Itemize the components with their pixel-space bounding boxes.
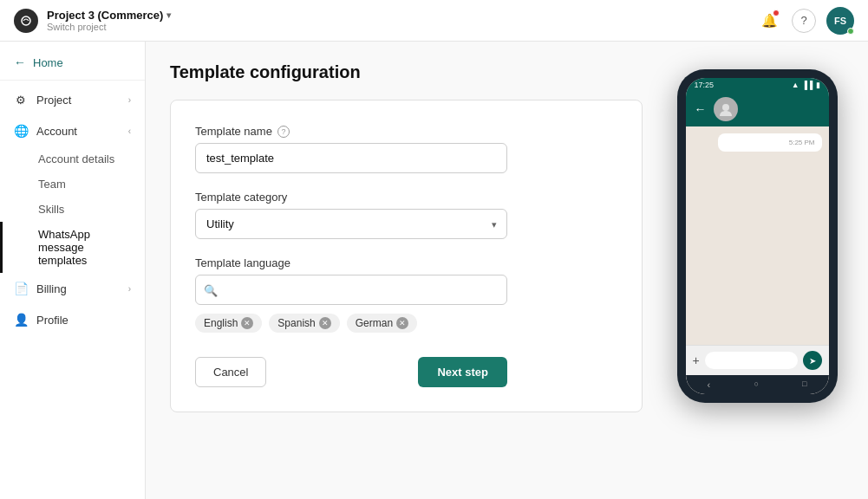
sidebar-account-chevron-icon: ‹ [128,126,131,136]
phone-outer: 17:25 ▲ ▐▐ ▮ ← [677,69,838,403]
template-language-group: Template language 🔍 English ✕ Spanish ✕ [195,256,617,333]
sidebar-divider [0,80,145,81]
tag-english: English ✕ [195,314,262,333]
phone-chat-body: 5:25 PM [686,126,829,345]
account-submenu: Account details Team Skills WhatsApp mes… [0,146,145,273]
german-tag-label: German [356,317,393,329]
notification-badge [773,10,780,16]
notifications-button[interactable]: 🔔 [757,9,781,33]
form-actions: Cancel Next step [195,357,507,387]
phone-send-button: ➤ [803,351,822,370]
person-icon: 👤 [14,313,28,327]
phone-status-bar: 17:25 ▲ ▐▐ ▮ [686,78,829,92]
team-label: Team [38,178,66,191]
search-icon: 🔍 [204,283,218,296]
sidebar-item-skills[interactable]: Skills [0,197,145,222]
help-button[interactable]: ? [792,9,816,33]
template-name-label: Template name ? [195,125,617,138]
language-search-input[interactable] [195,275,507,305]
phone-message: 5:25 PM [718,133,821,152]
phone-input-area [705,352,798,369]
settings-icon: ⚙ [14,93,28,107]
project-info: Project 3 (Commerce) ▾ Switch project [47,9,757,32]
online-dot [847,28,854,35]
phone-message-time: 5:25 PM [789,139,815,146]
svg-point-1 [722,104,729,111]
spanish-tag-remove-button[interactable]: ✕ [319,317,331,329]
sidebar-item-profile[interactable]: 👤 Profile [0,304,145,335]
template-category-label: Template category [195,191,617,204]
sidebar-project-label: Project [36,94,71,107]
app-logo [14,9,38,33]
signal-icon: ▐▐ [802,81,813,89]
sidebar-item-account-details[interactable]: Account details [0,146,145,172]
template-category-select[interactable]: Utility Marketing Authentication [195,209,507,239]
phone-nav-home-icon: ○ [754,379,758,390]
skills-label: Skills [38,203,64,216]
sidebar-item-project[interactable]: ⚙ Project › [0,84,145,115]
phone-chat-footer: + ➤ [686,345,829,375]
plus-icon: + [693,353,700,367]
phone-status-icons: ▲ ▐▐ ▮ [792,81,820,89]
project-name: Project 3 (Commerce) [47,9,163,22]
sidebar-account-label: Account [36,125,77,138]
english-tag-label: English [204,317,238,329]
form-section: Template configuration Template name ? T… [170,62,643,478]
project-switch[interactable]: Switch project [47,22,757,32]
phone-screen: 17:25 ▲ ▐▐ ▮ ← [686,78,829,394]
german-tag-remove-button[interactable]: ✕ [396,317,408,329]
sidebar-item-team[interactable]: Team [0,172,145,197]
battery-icon: ▮ [816,81,820,89]
template-name-input[interactable] [195,143,507,173]
sidebar-profile-label: Profile [36,314,69,327]
sidebar-project-chevron-icon: › [128,95,131,105]
phone-nav-bar: ‹ ○ □ [686,375,829,394]
whatsapp-templates-label: WhatsApp message templates [38,228,90,267]
tag-spanish: Spanish ✕ [269,314,339,333]
globe-icon: 🌐 [14,124,28,138]
tag-german: German ✕ [347,314,417,333]
next-step-button[interactable]: Next step [418,357,507,387]
content-area: Template configuration Template name ? T… [146,42,868,499]
phone-chat-header: ← [686,92,829,126]
language-tags: English ✕ Spanish ✕ German ✕ [195,314,617,333]
sidebar-item-whatsapp-templates[interactable]: WhatsApp message templates [0,222,145,273]
phone-contact-avatar [714,97,738,121]
phone-back-icon: ← [695,102,707,116]
svg-point-0 [22,16,30,25]
phone-nav-recent-icon: □ [802,379,806,390]
home-label: Home [33,56,63,69]
sidebar-billing-chevron-icon: › [128,284,131,294]
phone-time: 17:25 [695,81,715,89]
sidebar-item-account[interactable]: 🌐 Account ‹ [0,115,145,146]
template-name-group: Template name ? [195,125,617,173]
template-category-group: Template category Utility Marketing Auth… [195,191,617,239]
form-card: Template name ? Template category Utilit… [170,100,643,412]
spanish-tag-label: Spanish [277,317,315,329]
wifi-icon: ▲ [792,81,799,89]
cancel-button[interactable]: Cancel [195,357,266,387]
sidebar-billing-label: Billing [36,282,67,295]
billing-icon: 📄 [14,282,28,295]
template-language-label: Template language [195,256,617,269]
sidebar-home[interactable]: ← Home [0,49,145,76]
account-details-label: Account details [38,152,114,165]
arrow-left-icon: ← [14,55,26,69]
topbar-actions: 🔔 ? FS [757,7,854,35]
phone-nav-back-icon: ‹ [708,379,711,390]
english-tag-remove-button[interactable]: ✕ [241,317,253,329]
project-chevron-icon[interactable]: ▾ [166,10,171,20]
topbar: Project 3 (Commerce) ▾ Switch project 🔔 … [0,0,868,42]
page-title: Template configuration [170,62,643,82]
phone-mockup: 17:25 ▲ ▐▐ ▮ ← [670,62,844,478]
user-avatar[interactable]: FS [826,7,854,35]
template-name-help-icon[interactable]: ? [277,126,290,138]
sidebar-item-billing[interactable]: 📄 Billing › [0,273,145,304]
sidebar: ← Home ⚙ Project › 🌐 Account ‹ Account d… [0,42,146,499]
